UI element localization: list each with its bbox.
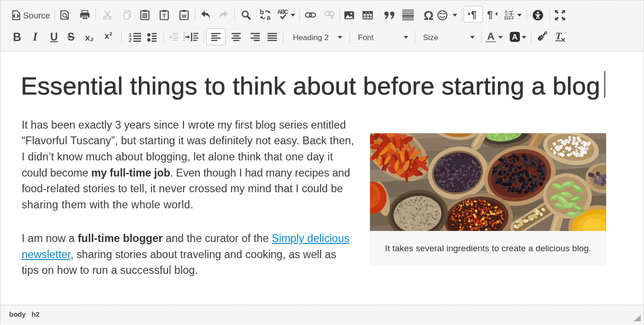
svg-text:A: A [512, 33, 518, 41]
svg-text:W: W [182, 13, 186, 19]
svg-text:T: T [162, 13, 166, 19]
svg-text:b: b [260, 9, 264, 16]
svg-text:Ω: Ω [423, 10, 434, 21]
svg-text:話: 話 [505, 10, 514, 20]
svg-text:¶: ¶ [487, 9, 493, 20]
svg-text:¶: ¶ [471, 9, 477, 20]
svg-text:2: 2 [129, 37, 131, 42]
svg-text:T: T [555, 32, 562, 41]
svg-text:ABC: ABC [277, 9, 288, 15]
svg-text:A: A [487, 32, 495, 42]
svg-text:a: a [267, 13, 271, 21]
